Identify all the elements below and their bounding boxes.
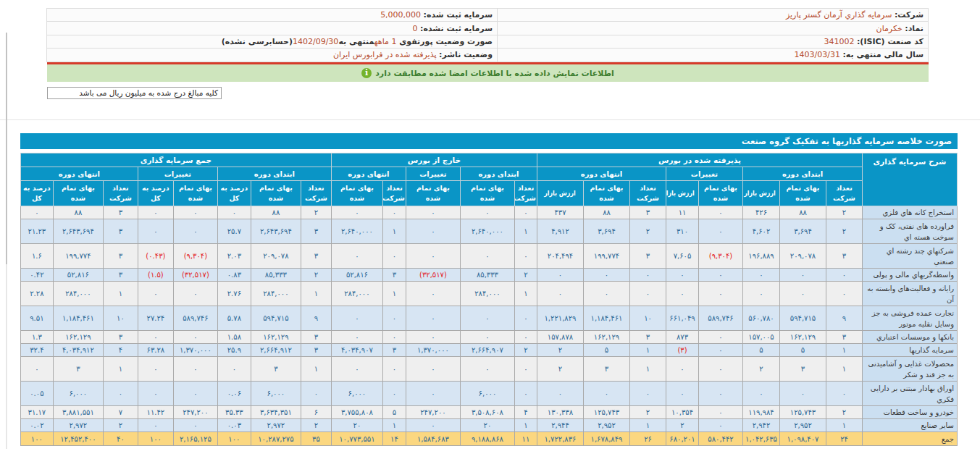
cell-8-16: ۰ [173, 357, 217, 382]
cell-12-13: ۳۵ [301, 432, 331, 446]
col-leaf-2-1-1: درصد به کل [138, 181, 173, 206]
cell-5-6: ۱,۱۸۴,۴۶۱ [584, 306, 630, 331]
cell-5-17: ۲۷.۲۴ [138, 306, 173, 331]
cell-2-9: ۰ [460, 244, 514, 269]
col-leaf-label: شده [350, 194, 364, 202]
cell-7-3: ۰ [699, 344, 743, 357]
col-leaf-label: بهای تمام [590, 184, 624, 192]
cell-1-15: ۲۵.۷ [217, 219, 251, 244]
cell-6-17: ۰ [138, 331, 173, 344]
cell-4-20: ۲.۲۸ [20, 282, 53, 306]
info-icon: i [361, 68, 372, 78]
cell-9-12: ۶,۰۰۰ [331, 382, 382, 406]
col-leaf-label: بهای تمام [340, 184, 374, 192]
cell-6-5: ۳ [630, 331, 666, 344]
cell-6-14: ۱۶۲,۱۲۹ [251, 331, 301, 344]
row-label-9: اوراق بهادار مبتنی بر دارایی فکري [863, 382, 958, 406]
cell-1-17: ۰ [138, 219, 173, 244]
cell-4-8: ۱ [514, 282, 537, 306]
row-label-11: سایر صنایع [863, 419, 958, 432]
cell-11-1: ۲,۹۵۲ [780, 419, 826, 432]
cell-4-13: ۱ [301, 282, 331, 306]
col-leaf-label: بهای تمام [471, 184, 504, 192]
cell-8-11: ۰ [382, 357, 406, 382]
cell-10-7: ۱۳۰,۳۳۸ [537, 406, 583, 419]
cell-5-3: ۵۸۹,۷۴۶ [699, 306, 743, 331]
cell-11-18: ۲ [103, 419, 138, 432]
cell-8-12: ۰ [331, 357, 382, 382]
cell-11-17: ۰ [138, 419, 173, 432]
cell-3-4: ۰ [666, 269, 699, 282]
cell-1-14: ۲,۶۴۳,۶۹۴ [251, 219, 301, 244]
cell-5-19: ۱,۱۸۴,۴۶۱ [53, 306, 103, 331]
isic-label: کد صنعت (ISIC): [857, 37, 924, 46]
col-header-description: شرح سرمایه گذاری [863, 153, 958, 206]
cell-6-11: ۰ [382, 331, 406, 344]
col-leaf-label: ارزش بازار [666, 188, 695, 198]
cell-3-20: ۰.۴۲ [20, 269, 53, 282]
cell-0-5: ۳ [630, 206, 666, 219]
cell-1-18: ۳ [103, 219, 138, 244]
cell-9-14: ۶,۰۰۰ [251, 382, 301, 406]
cell-6-13: ۳ [301, 331, 331, 344]
cell-11-14: ۲,۹۷۲ [251, 419, 301, 432]
cell-6-10: ۰ [406, 331, 460, 344]
cell-3-3: ۰ [699, 269, 743, 282]
cell-11-12: ۲۰ [331, 419, 382, 432]
cell-9-17: ۰ [138, 382, 173, 406]
unregistered-capital-label: سرمایه ثبت نشده: [420, 24, 493, 33]
cell-10-3: ۰ [699, 406, 743, 419]
cell-2-14: ۲۰۹,۰۷۸ [251, 244, 301, 269]
cell-3-1: ۰ [780, 269, 826, 282]
cell-12-14: ۱۰,۲۸۷,۲۷۵ [251, 432, 301, 446]
col-group-1: خارج از بورس [331, 153, 537, 167]
scrollbar[interactable] [6, 33, 7, 449]
info-row-1: شرکت: سرمایه گذاري آرمان گستر پاریز سرما… [47, 9, 929, 22]
cell-3-17: (۱.۵) [138, 269, 173, 282]
unregistered-capital-cell: سرمایه ثبت نشده: 0 [47, 22, 498, 35]
cell-10-9: ۳,۵۰۸,۶۰۸ [460, 406, 514, 419]
col-period-1-1: تغییرات [406, 167, 460, 181]
cell-3-2: ۰ [743, 269, 780, 282]
issuer-status-cell: وضعیت ناشر: پذیرفته شده در فرابورس ایران [47, 49, 498, 62]
cell-9-10: ۰ [406, 382, 460, 406]
portfolio-table: شرح سرمایه گذاریپذیرفته شده در بورسخارج … [20, 153, 958, 446]
cell-0-13: ۲ [301, 206, 331, 219]
fiscal-year-value: 1403/03/31 [795, 50, 840, 59]
cell-7-11: ۳ [382, 344, 406, 357]
cell-7-13: ۳ [301, 344, 331, 357]
cell-11-8: ۱ [514, 419, 537, 432]
cell-11-20: ۰.۰۲ [20, 419, 53, 432]
cell-5-10: ۰ [406, 306, 460, 331]
cell-8-5: ۱ [630, 357, 666, 382]
unregistered-capital-value: 0 [413, 24, 418, 33]
cell-3-7: ۰ [537, 269, 583, 282]
cell-9-13: ۰ [301, 382, 331, 406]
cell-5-14: ۵۹۴,۷۱۵ [251, 306, 301, 331]
cell-8-17: ۰ [138, 357, 173, 382]
cell-1-0: ۲ [826, 219, 863, 244]
scrollbar-thumb[interactable] [6, 33, 7, 264]
cell-3-15: ۰.۸۳ [217, 269, 251, 282]
cell-12-19: ۱۲,۴۵۲,۴۰۰ [53, 432, 103, 446]
cell-3-6: ۰ [584, 269, 630, 282]
col-leaf-label: ارزش بازار [744, 188, 776, 198]
cell-12-4: ۶۸۰,۲۰۱ [666, 432, 699, 446]
cell-11-6: ۲,۹۵۲ [584, 419, 630, 432]
col-leaf-label: بهای تمام [787, 184, 820, 192]
col-leaf-label: بهای تمام [62, 184, 95, 192]
cell-5-11: ۰ [382, 306, 406, 331]
cell-10-6: ۱۲۵,۷۴۳ [584, 406, 630, 419]
col-leaf-label: شده [188, 194, 203, 202]
cell-11-15: ۰.۰۳ [217, 419, 251, 432]
cell-9-0: ۰ [826, 382, 863, 406]
cell-9-19: ۶,۰۰۰ [53, 382, 103, 406]
cell-7-20: ۳۲.۴ [20, 344, 53, 357]
cell-2-6: ۱۹۹,۷۷۴ [584, 244, 630, 269]
cell-0-18: ۳ [103, 206, 138, 219]
cell-5-5: ۱۰ [630, 306, 666, 331]
cell-10-4: ۱۰,۳۵۴ [666, 406, 699, 419]
symbol-value: خکرمان [876, 24, 902, 33]
cell-7-7: ۲ [537, 344, 583, 357]
cell-1-11: ۱ [382, 219, 406, 244]
